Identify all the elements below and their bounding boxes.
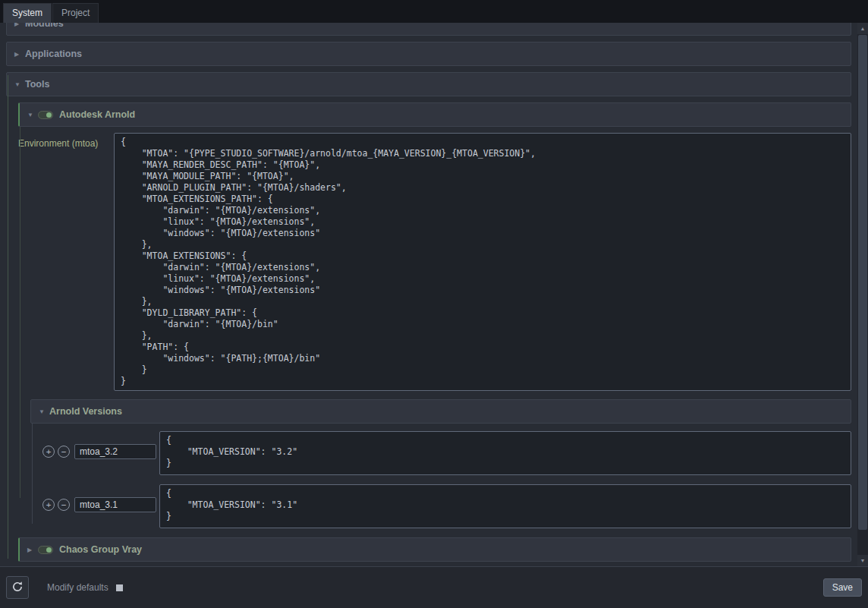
enabled-toggle-icon[interactable] [38,546,53,554]
section-header-modules[interactable]: ▶ Modules [6,23,851,36]
group-label-autodesk-arnold: Autodesk Arnold [59,109,135,120]
version-json-editor[interactable]: { "MTOA_VERSION": "3.1" } [159,484,851,528]
group-header-autodesk-arnold[interactable]: ▼ Autodesk Arnold [18,102,851,127]
arnold-group: ▼ Autodesk Arnold Environment (mtoa) { "… [18,102,851,528]
tab-system[interactable]: System [3,3,52,23]
refresh-button[interactable] [6,576,29,599]
section-label-arnold-versions: Arnold Versions [49,406,122,417]
section-label-modules: Modules [25,23,64,29]
group-header-chaos-group-vray[interactable]: ▶ Chaos Group Vray [18,537,851,562]
scrollbar-thumb[interactable] [858,35,867,530]
remove-version-button[interactable]: − [58,499,70,511]
scroll-down-icon[interactable]: ▼ [857,555,868,566]
tab-project[interactable]: Project [52,3,99,23]
tab-bar: System Project [0,0,868,23]
version-row: + − { "MTOA_VERSION": "3.2" } [30,431,851,475]
add-version-button[interactable]: + [42,446,55,458]
version-row: + − { "MTOA_VERSION": "3.1" } [30,484,851,528]
environment-row: Environment (mtoa) { "MTOA": "{PYPE_STUD… [18,133,851,391]
section-label-applications: Applications [25,49,82,59]
group-label-chaos-group-vray: Chaos Group Vray [59,544,142,555]
chevron-down-icon: ▼ [39,408,49,415]
add-version-button[interactable]: + [42,499,55,511]
chevron-right-icon: ▶ [14,51,25,58]
settings-content: ▶ Modules ▶ Applications ▼ Tools ▼ [6,23,851,566]
section-header-arnold-versions[interactable]: ▼ Arnold Versions [30,399,851,424]
arnold-versions-group: ▼ Arnold Versions + − { "MTOA_VERSION": … [30,399,851,528]
scroll-up-icon[interactable]: ▲ [857,23,868,34]
remove-version-button[interactable]: − [58,446,70,458]
environment-label: Environment (mtoa) [18,133,114,149]
version-key-input[interactable] [74,497,156,512]
footer-bar: Modify defaults Save [0,566,868,608]
refresh-icon [11,581,24,595]
modified-square-icon [116,584,123,591]
settings-window: System Project ▶ Modules ▶ Applications … [0,0,868,608]
vertical-scrollbar[interactable]: ▲ ▼ [857,23,868,566]
section-label-tools: Tools [25,79,49,90]
modify-defaults-label: Modify defaults [47,582,108,593]
settings-scroll-area: ▶ Modules ▶ Applications ▼ Tools ▼ [0,23,868,566]
chevron-right-icon: ▶ [14,23,25,27]
section-header-applications[interactable]: ▶ Applications [6,42,851,66]
tools-section-body: ▼ Autodesk Arnold Environment (mtoa) { "… [6,102,851,562]
chevron-down-icon: ▼ [14,81,25,88]
environment-json-editor[interactable]: { "MTOA": "{PYPE_STUDIO_SOFTWARE}/arnold… [114,133,851,391]
version-key-input[interactable] [74,444,156,459]
chevron-right-icon: ▶ [27,547,38,553]
enabled-toggle-icon[interactable] [38,111,53,119]
version-json-editor[interactable]: { "MTOA_VERSION": "3.2" } [159,431,851,475]
chevron-down-icon: ▼ [27,112,38,118]
save-button[interactable]: Save [823,578,862,597]
section-header-tools[interactable]: ▼ Tools [6,72,851,96]
